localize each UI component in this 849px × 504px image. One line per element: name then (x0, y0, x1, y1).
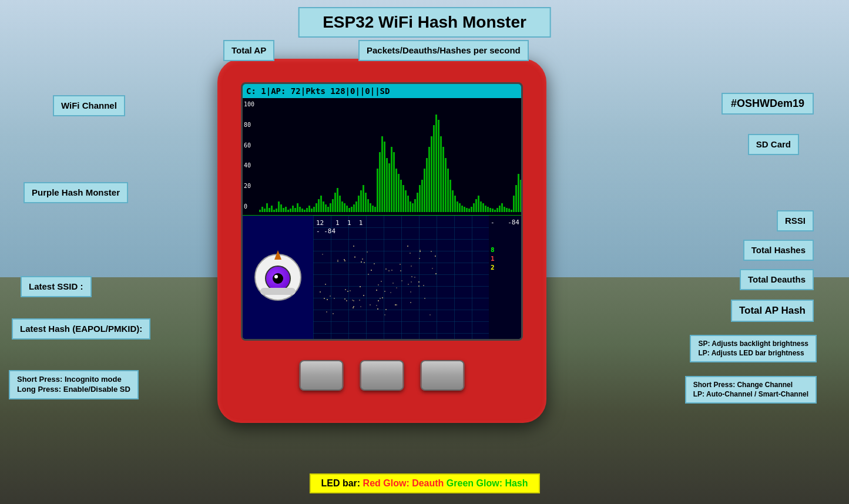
chart-bar (431, 136, 432, 213)
chart-bar (459, 203, 461, 212)
chart-bar (489, 208, 491, 212)
scatter-dot (325, 284, 326, 285)
scatter-dot (361, 261, 362, 263)
chart-bar (290, 209, 291, 212)
led-green-label: Green Glow: Hash (447, 478, 528, 488)
scatter-dot (401, 280, 402, 281)
chart-bar (522, 190, 523, 212)
scatter-dot (350, 290, 351, 291)
chart-bar (344, 203, 345, 212)
led-red-label: Red Glow: Deauth (363, 478, 444, 488)
chart-bar (301, 209, 303, 212)
chart-bar (384, 142, 385, 212)
scatter-dot (346, 300, 347, 301)
chart-bar (504, 207, 505, 212)
y-label-20: 20 (244, 183, 254, 189)
scatter-dot (410, 291, 411, 293)
chart-bar (506, 208, 508, 212)
scatter-dot (424, 298, 425, 299)
chart-bar (346, 206, 348, 212)
chart-bar (327, 207, 329, 212)
chart-bar (445, 158, 447, 213)
scatter-dot (411, 281, 412, 283)
chart-bar (297, 203, 298, 212)
scatter-dot (410, 253, 411, 254)
button-right[interactable] (421, 360, 465, 391)
scatter-dot (429, 314, 431, 315)
scatter-dot (408, 284, 409, 285)
scatter-dot (410, 302, 411, 303)
bottom-display: 12 1 1 1 - -84 - -84 8 1 (243, 216, 521, 339)
y-label-60: 60 (244, 142, 254, 149)
chart-bar (391, 147, 392, 212)
chart-bar (457, 201, 458, 213)
total-hashes-label: Total Hashes (743, 240, 814, 261)
scatter-dot (432, 268, 433, 269)
ssid-bar: New SSID:MOVISTAR_ New HS: wificlientesR (243, 339, 521, 341)
scatter-dot (411, 266, 412, 267)
chart-bar (388, 163, 390, 212)
scatter-dot (353, 300, 354, 301)
scatter-dot (344, 259, 345, 260)
chart-bar (261, 207, 263, 212)
scatter-dot (362, 258, 363, 260)
scatter-dot (431, 251, 432, 252)
button-left[interactable] (300, 360, 344, 391)
chart-bar (511, 210, 512, 212)
scatter-dot (344, 260, 345, 261)
chart-bar (475, 199, 477, 212)
led-prefix: LED bar: (321, 478, 360, 488)
scatter-dot (334, 298, 335, 299)
chart-bar (320, 196, 322, 212)
scatter-dot (423, 285, 424, 286)
scatter-dot (360, 306, 361, 307)
chart-bar (355, 201, 357, 213)
button-center[interactable] (360, 360, 404, 391)
scatter-dot (384, 291, 385, 292)
stat-rssi-value: -84 (508, 219, 519, 226)
scatter-dot (345, 289, 346, 290)
y-axis-labels: 100 80 60 40 20 0 (244, 101, 254, 210)
status-bar: C: 1|AP: 72|Pkts 128|0||0||SD (243, 84, 521, 98)
scatter-dot (391, 270, 392, 271)
scatter-dot (380, 298, 381, 299)
chart-bar (494, 210, 496, 212)
chart-bar (405, 190, 407, 212)
chart-bar (283, 208, 284, 212)
scatter-dot (390, 292, 391, 293)
chart-bar (379, 152, 381, 212)
chart-bar (452, 190, 454, 212)
y-label-40: 40 (244, 162, 254, 169)
scatter-dot (370, 304, 371, 305)
chart-bar (325, 204, 327, 212)
chart-bar (353, 204, 355, 212)
chart-bar (367, 199, 369, 212)
scatter-dot (385, 309, 387, 310)
scatter-x-label: 12 1 1 1 (316, 219, 363, 227)
sd-card-label: SD Card (748, 134, 799, 155)
chart-bar (360, 190, 362, 212)
chart-bar (339, 196, 341, 212)
scatter-dot (420, 251, 421, 252)
scatter-dot (435, 273, 437, 274)
scatter-dot (364, 262, 365, 263)
chart-bar (466, 208, 468, 212)
stat-aphash-count: 2 (491, 264, 495, 271)
stat-deauth-count: 1 (491, 255, 495, 263)
scatter-dot (376, 290, 377, 291)
chart-bar (370, 203, 371, 212)
chart-bar (363, 185, 364, 212)
stat-deauth-row: 1 (491, 255, 519, 263)
chart-bar (499, 206, 501, 212)
y-label-100: 100 (244, 101, 254, 107)
device-body: C: 1|AP: 72|Pkts 128|0||0||SD 100 80 60 … (217, 59, 546, 423)
chart-bar (280, 204, 282, 212)
scatter-rssi: - -84 (316, 227, 335, 235)
scatter-dot (407, 246, 408, 247)
scatter-info: 12 1 1 1 - -84 (316, 219, 363, 235)
chart-bar (266, 203, 268, 212)
chart-bar (313, 207, 315, 212)
chart-bar (426, 158, 428, 213)
packets-label: Packets/Deauths/Hashes per second (358, 40, 529, 61)
scatter-dot (396, 287, 397, 288)
